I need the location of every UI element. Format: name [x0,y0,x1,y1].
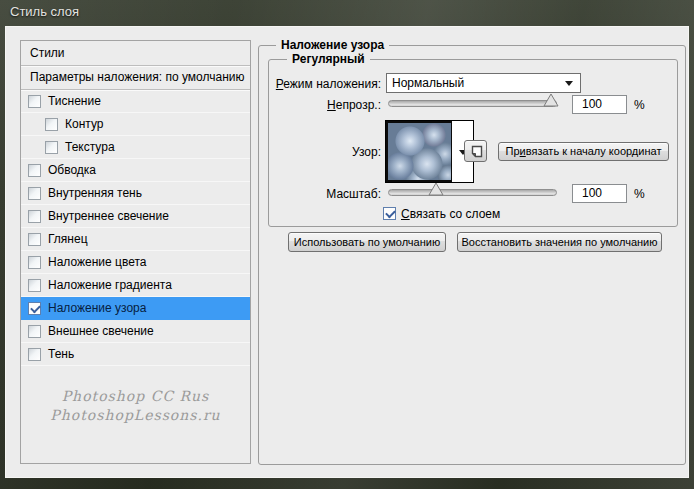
style-item-label: Обводка [48,163,96,177]
styles-section-header[interactable]: Стили [21,41,250,66]
snap-to-origin-button[interactable]: Привязать к началу координат [498,142,669,161]
style-item-label: Наложение узора [48,301,146,315]
checkbox-icon[interactable] [28,279,41,292]
style-item-7[interactable]: Наложение цвета [21,251,250,274]
checkbox-icon[interactable] [28,95,41,108]
blending-options-item[interactable]: Параметры наложения: по умолчанию [21,66,250,90]
style-item-5[interactable]: Внутреннее свечение [21,205,250,228]
scale-label: Масштаб: [300,187,381,201]
opacity-label: Непрозр.: [280,98,381,112]
style-item-0[interactable]: Тиснение [21,90,250,113]
scale-slider[interactable] [388,189,557,196]
window-title: Стиль слоя [10,0,79,24]
watermark-line1: Photoshop CC Rus [38,387,233,406]
watermark-line2: PhotoshopLessons.ru [38,406,233,425]
style-item-10[interactable]: Внешнее свечение [21,320,250,343]
watermark: Photoshop CC Rus PhotoshopLessons.ru [38,387,233,425]
checkbox-icon[interactable] [28,233,41,246]
checkbox-icon[interactable] [28,325,41,338]
scale-value-input[interactable]: 100 [572,184,627,203]
titlebar[interactable]: Стиль слоя [0,0,694,26]
style-item-label: Внешнее свечение [48,324,154,338]
style-item-label: Глянец [48,232,88,246]
style-item-label: Контур [65,117,103,131]
pattern-thumbnail[interactable] [386,121,452,182]
layer-style-dialog: Стиль слоя Стили Параметры наложения: по… [0,0,694,489]
checkbox-icon[interactable] [45,141,58,154]
style-item-6[interactable]: Глянец [21,228,250,251]
checkbox-icon[interactable] [28,256,41,269]
new-preset-icon [469,145,483,158]
style-item-9[interactable]: Наложение узора [21,297,250,320]
style-item-label: Текстура [65,140,115,154]
make-default-button[interactable]: Использовать по умолчанию [288,232,446,252]
regular-group-title: Регулярный [287,52,370,66]
scale-unit: % [634,187,645,201]
opacity-slider[interactable] [388,100,557,107]
style-item-8[interactable]: Наложение градиента [21,274,250,297]
link-with-layer-checkbox[interactable] [383,207,396,220]
checkbox-icon[interactable] [28,302,41,315]
reset-to-default-button[interactable]: Восстановить значения по умолчанию [457,232,662,252]
blend-mode-value: Нормальный [392,76,464,90]
snap-pre: Пр [506,145,520,157]
style-item-4[interactable]: Внутренняя тень [21,182,250,205]
opacity-slider-thumb[interactable] [543,93,559,107]
chevron-down-icon [565,81,573,86]
blend-mode-label-rest: ежим наложения: [283,77,381,91]
checkbox-icon[interactable] [28,164,41,177]
opacity-label-rest: епрозр.: [336,98,381,112]
style-item-label: Тиснение [48,94,101,108]
style-item-label: Наложение цвета [48,255,146,269]
style-item-11[interactable]: Тень [21,343,250,366]
styles-list-items: ТиснениеКонтурТекстураОбводкаВнутренняя … [21,90,250,366]
style-item-2[interactable]: Текстура [21,136,250,159]
style-item-3[interactable]: Обводка [21,159,250,182]
style-item-1[interactable]: Контур [21,113,250,136]
snap-rest: вязать к началу координат [526,145,662,157]
opacity-accesskey: Н [327,98,336,112]
checkbox-icon[interactable] [28,187,41,200]
new-pattern-preset-button[interactable] [464,140,487,162]
style-item-label: Тень [48,347,74,361]
pattern-picker[interactable] [385,120,474,183]
style-item-label: Наложение градиента [48,278,172,292]
checkbox-icon[interactable] [45,118,58,131]
opacity-unit: % [634,98,645,112]
style-item-label: Внутренняя тень [48,186,142,200]
link-with-layer-label: Связать со слоем [401,207,500,221]
link-label-rest: вязать со слоем [410,207,501,221]
checkbox-icon[interactable] [28,210,41,223]
scale-slider-thumb[interactable] [428,182,444,196]
pattern-label: Узор: [300,145,381,159]
pattern-overlay-group-title: Наложение узора [276,38,389,52]
link-accesskey: С [401,207,410,221]
style-item-label: Внутреннее свечение [48,209,169,223]
checkbox-icon[interactable] [28,348,41,361]
blend-mode-label: Режим наложения: [260,77,381,91]
blend-mode-select[interactable]: Нормальный [386,73,581,93]
opacity-value-input[interactable]: 100 [572,95,627,114]
